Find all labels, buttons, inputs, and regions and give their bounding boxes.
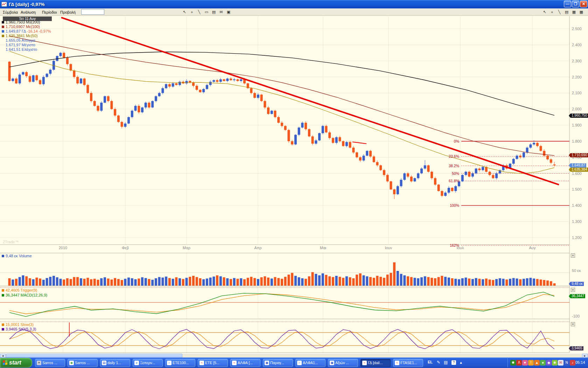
start-label: start (9, 360, 21, 366)
taskbar-task-αξι-ν-[interactable]: ▣Αξιών ... (328, 359, 358, 367)
save-icon[interactable]: ▣ (225, 9, 232, 15)
chart-icon: ≈ (200, 361, 204, 365)
task-label: Αξιών ... (335, 359, 349, 367)
app-icon: ✦ (37, 361, 41, 365)
chart-app-icon (1, 2, 7, 7)
toolbar-right: ↖＋╲▤▦▦ (541, 9, 585, 15)
zoom-in-tool-icon[interactable]: ＋ (188, 9, 195, 15)
menu-bar: Σύμβολα Ανάλυση Περίοδοι Προβολή ↖＋╲▭▤✉▣… (0, 8, 588, 16)
language-indicator[interactable]: EL (428, 360, 433, 364)
toolbar-left: ↖＋╲▭▤✉▣ (181, 9, 232, 15)
pointer-tool-icon[interactable]: ↖ (541, 9, 548, 15)
email-icon[interactable]: ✉ (218, 9, 225, 15)
menu-periods[interactable]: Περίοδοι (41, 9, 58, 15)
tray-chevron-icon[interactable]: ▴ (460, 360, 462, 365)
chart-background (0, 16, 588, 353)
taskbar-task-sarros-[interactable]: ◉Sarros ... (68, 359, 98, 367)
window-title: ΓΔ [daily] -0,97% (9, 2, 44, 7)
tray-media-icon[interactable]: ♪ (570, 360, 575, 366)
globe-icon: ◉ (69, 361, 74, 365)
task-label: ΑΛΦΑ [... (238, 359, 253, 367)
task-label: ΕΤΕ100... (173, 359, 189, 367)
taskbar-task-αλφα1-[interactable]: ○ΑΛΦΑ1... (295, 359, 326, 367)
layout-icon[interactable]: ▤ (210, 9, 217, 15)
taskbar-task-αλφα-[interactable]: ≈ΑΛΦΑ [... (230, 359, 260, 367)
document-icon: ▤ (102, 361, 106, 365)
monitor-icon: ▣ (265, 361, 269, 365)
list-view-icon[interactable]: ▤ (563, 9, 570, 15)
task-label: Παραγ... (270, 359, 284, 367)
help-icon[interactable]: ? (451, 360, 456, 365)
task-label: ΕΤΕ [5... (205, 359, 219, 367)
menu-analysis[interactable]: Ανάλυση (19, 9, 37, 15)
chart-grid-icon[interactable]: ▦ (578, 9, 585, 15)
tray-update-icon[interactable]: ▲ (534, 360, 540, 366)
start-button[interactable]: start (0, 358, 32, 368)
symbol-input[interactable] (81, 9, 104, 15)
chart-icon: ≈ (232, 361, 237, 365)
tray-lab-tool-icon[interactable]: Λ (516, 360, 522, 366)
zoom-in-tool-icon[interactable]: ＋ (548, 9, 555, 15)
chart-icon: ≈ (395, 361, 399, 365)
tray-icq-icon[interactable]: ❀ (552, 360, 558, 366)
taskbar-task-παραγ-[interactable]: ▣Παραγ... (263, 359, 293, 367)
task-label: FTASE1... (400, 359, 417, 367)
task-label: ΑΛΦΑ1... (303, 359, 318, 367)
minimize-button[interactable]: — (564, 1, 571, 7)
pen-input-icon[interactable]: ✎ (437, 360, 440, 365)
close-button[interactable]: ✕ (580, 1, 587, 7)
taskbar-clock: 05:14 (575, 360, 585, 364)
restore-button[interactable]: ❐ (572, 1, 579, 7)
taskbar-task-ετε-5-[interactable]: ≈ΕΤΕ [5... (198, 359, 228, 367)
tray-app-n-icon[interactable]: N (564, 360, 569, 366)
tray-alert-shield-icon[interactable]: ! (528, 360, 534, 366)
window-titlebar: ΓΔ [daily] -0,97% — ❐ ✕ (0, 0, 588, 8)
task-label: Sarros ... (42, 359, 57, 367)
line-tool-icon[interactable]: ╲ (556, 9, 563, 15)
chart-icon: ≈ (362, 361, 367, 365)
tray-antivirus-icon[interactable]: ✱ (510, 360, 516, 366)
task-label: Ξεπερν... (140, 359, 155, 367)
tray-messenger-icon[interactable]: ♥ (522, 360, 528, 366)
taskbar-task-γδ-dail-[interactable]: ≈ΓΔ [dail... (360, 359, 391, 367)
tray-mail-icon[interactable]: ✉ (558, 360, 564, 366)
pointer-tool-icon[interactable]: ↖ (181, 9, 188, 15)
taskbar: start EL ✎ ▤ ? ▴ 05:14 ✦Sarros ...◉Sarro… (0, 357, 588, 368)
tray-network-icon[interactable]: ● (540, 360, 546, 366)
ie-icon: e (134, 361, 139, 365)
taskbar-task-ετε100-[interactable]: ○ΕΤΕ100... (165, 359, 195, 367)
search-icon: ○ (167, 361, 172, 365)
grid-view-icon[interactable]: ▦ (570, 9, 578, 15)
rectangle-tool-icon[interactable]: ▭ (203, 9, 210, 15)
tray-divider (507, 358, 508, 367)
tray-agent-icon[interactable]: ◆ (546, 360, 552, 366)
task-label: ΓΔ [dail... (368, 359, 383, 367)
menu-view[interactable]: Προβολή (59, 9, 77, 15)
taskbar-task-sarros-[interactable]: ✦Sarros ... (35, 359, 65, 367)
trendline-tool-icon[interactable]: ╲ (196, 9, 203, 15)
monitor-icon: ▣ (330, 361, 334, 365)
task-label: Sarros ... (75, 359, 90, 367)
task-label: daily 1... (107, 359, 121, 367)
taskbar-task-ξεπερν-[interactable]: eΞεπερν... (133, 359, 163, 367)
taskbar-task-ftase1-[interactable]: ≈FTASE1... (393, 359, 423, 367)
menu-symbols[interactable]: Σύμβολα (1, 9, 19, 15)
keyboard-icon[interactable]: ▤ (444, 360, 448, 365)
windows-logo-icon (3, 360, 8, 365)
search-icon: ○ (297, 361, 302, 365)
taskbar-task-daily-1-[interactable]: ▤daily 1... (100, 359, 130, 367)
